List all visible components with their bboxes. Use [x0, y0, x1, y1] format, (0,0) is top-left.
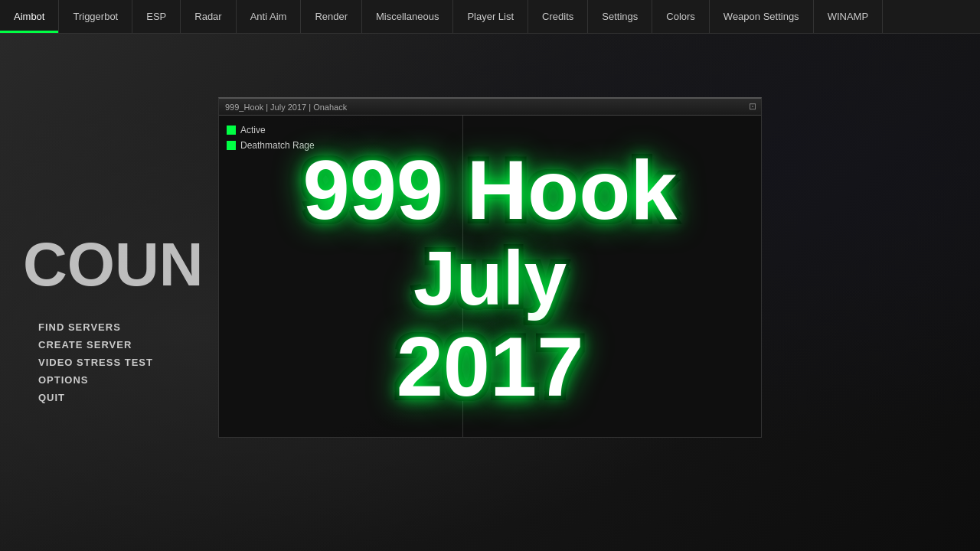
nav-tab-triggerbot[interactable]: Triggerbot	[59, 0, 132, 33]
nav-tab-weapon-settings[interactable]: Weapon Settings	[710, 0, 814, 33]
nav-tab-esp[interactable]: ESP	[132, 0, 181, 33]
active-checkbox[interactable]	[227, 126, 236, 135]
nav-tab-settings[interactable]: Settings	[588, 0, 652, 33]
cs-logo: Coun	[23, 230, 230, 300]
nav-tab-render[interactable]: Render	[301, 0, 362, 33]
panel-titlebar: 999_Hook | July 2017 | Onahack ⊡	[219, 99, 761, 116]
menu-item-quit[interactable]: QUIT	[38, 392, 153, 403]
menu-item-options[interactable]: OPTIONS	[38, 374, 153, 386]
nav-tab-radar[interactable]: Radar	[181, 0, 236, 33]
nav-tab-miscellaneous[interactable]: Miscellaneous	[362, 0, 453, 33]
nav-tab-anti-aim[interactable]: Anti Aim	[237, 0, 302, 33]
panel-close-button[interactable]: ⊡	[749, 101, 756, 112]
navbar: AimbotTriggerbotESPRadarAnti AimRenderMi…	[0, 0, 980, 34]
active-label: Active	[240, 125, 266, 135]
menu-item-video-stress-test[interactable]: VIDEO STRESS TEST	[38, 357, 153, 368]
deathmatch-label: Deathmatch Rage	[240, 140, 315, 151]
nav-tab-winamp[interactable]: WINAMP	[814, 0, 883, 33]
game-menu: FIND SERVERSCREATE SERVERVIDEO STRESS TE…	[38, 321, 153, 403]
active-row[interactable]: Active	[227, 125, 455, 135]
nav-tab-credits[interactable]: Credits	[528, 0, 588, 33]
panel-right	[463, 116, 761, 437]
nav-tab-player-list[interactable]: Player List	[453, 0, 528, 33]
panel-left: Active Deathmatch Rage	[219, 116, 463, 437]
panel-content: Active Deathmatch Rage	[219, 116, 761, 437]
menu-item-find-servers[interactable]: FIND SERVERS	[38, 321, 153, 333]
nav-tab-aimbot[interactable]: Aimbot	[0, 0, 59, 33]
deathmatch-row[interactable]: Deathmatch Rage	[227, 140, 455, 151]
deathmatch-checkbox[interactable]	[227, 141, 236, 150]
cheat-panel: 999_Hook | July 2017 | Onahack ⊡ Active …	[218, 97, 762, 438]
panel-title: 999_Hook | July 2017 | Onahack	[225, 103, 347, 112]
menu-item-create-server[interactable]: CREATE SERVER	[38, 339, 153, 350]
nav-tab-colors[interactable]: Colors	[652, 0, 710, 33]
